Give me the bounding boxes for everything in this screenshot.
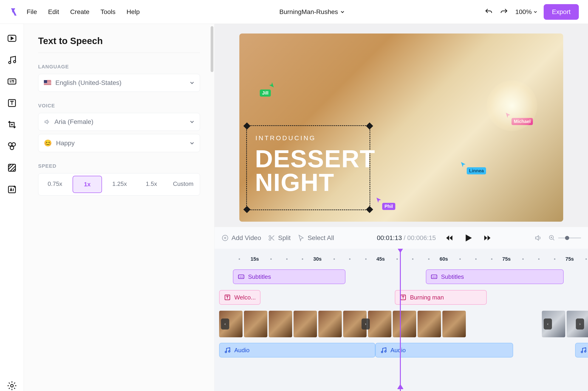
svg-rect-16 xyxy=(431,275,437,279)
svg-point-6 xyxy=(12,143,15,146)
timeline-zoom-slider[interactable] xyxy=(549,234,581,241)
resize-handle-tl[interactable] xyxy=(243,122,250,129)
audio-clip-3[interactable]: Audio xyxy=(575,343,588,358)
speed-custom[interactable]: Custom xyxy=(169,176,197,193)
add-video-button[interactable]: Add Video xyxy=(221,234,261,242)
playback-center: 00:01:13 / 00:006:15 xyxy=(341,233,527,243)
svg-rect-3 xyxy=(8,79,16,84)
text-clip-welcome[interactable]: Welco... xyxy=(219,290,261,305)
audio-clip-2[interactable]: Audio xyxy=(375,343,513,358)
ai-icon[interactable] xyxy=(7,184,17,195)
select-all-button[interactable]: Select All xyxy=(297,234,334,242)
main-menu: File Edit Create Tools Help xyxy=(27,8,140,16)
undo-button[interactable] xyxy=(484,7,493,16)
panel-title: Text to Speech xyxy=(38,36,200,53)
resize-handle-tr[interactable] xyxy=(366,122,373,129)
menu-file[interactable]: File xyxy=(27,8,37,16)
resize-handle-bl[interactable] xyxy=(243,206,250,213)
resize-handle-br[interactable] xyxy=(366,206,373,213)
transport-controls xyxy=(445,233,491,243)
us-flag-icon xyxy=(44,80,51,86)
svg-point-27 xyxy=(581,351,583,353)
svg-point-28 xyxy=(585,351,586,352)
music-icon[interactable] xyxy=(7,55,17,65)
video-clip-2[interactable]: ‹ › xyxy=(542,311,588,337)
slider-thumb[interactable] xyxy=(565,236,569,240)
chevron-down-icon xyxy=(190,119,194,124)
forward-button[interactable] xyxy=(483,234,491,242)
language-select[interactable]: English (United-States) xyxy=(38,74,200,92)
cursor-icon xyxy=(268,82,275,89)
redo-button[interactable] xyxy=(500,7,509,16)
music-icon xyxy=(224,346,231,354)
speed-1-25[interactable]: 1.25x xyxy=(105,176,134,193)
timeline[interactable]: 15s 30s 45s 60s 75s 75s xyxy=(215,249,588,391)
chevron-down-icon xyxy=(534,10,537,14)
track-text: Welco... Burning man Element xyxy=(221,290,581,306)
cursdisplay rotate: Jill xyxy=(268,82,275,97)
split-button[interactable]: Split xyxy=(268,234,291,242)
plus-circle-icon xyxy=(221,234,229,242)
clip-prev-button[interactable]: ‹ xyxy=(544,318,552,329)
voice-label: VOICE xyxy=(38,103,200,109)
volume-icon[interactable] xyxy=(534,234,542,242)
slider-track[interactable] xyxy=(558,237,581,238)
svg-point-12 xyxy=(269,235,271,237)
speaker-icon xyxy=(44,119,50,125)
text-icon[interactable] xyxy=(7,98,17,108)
speed-1x[interactable]: 1x xyxy=(73,176,102,193)
zoom-in-icon xyxy=(549,234,555,241)
clip-next-button[interactable]: › xyxy=(362,318,370,329)
cursor-michael: Michael xyxy=(505,111,533,125)
video-preview[interactable]: INTRODUCING DESSERTNIGHT Jill Michael Li… xyxy=(239,33,563,222)
subtitles-icon xyxy=(431,273,438,280)
timeline-right-controls xyxy=(534,234,581,242)
export-button[interactable]: Export xyxy=(544,4,579,20)
cursor-label-phil: Phil xyxy=(382,203,395,210)
texture-icon[interactable] xyxy=(7,162,17,173)
timeline-ruler[interactable]: 15s 30s 45s 60s 75s 75s xyxy=(221,253,581,265)
main-layout: Text to Speech LANGUAGE English (United-… xyxy=(0,24,588,391)
menu-edit[interactable]: Edit xyxy=(48,8,59,16)
topbar-right: 100% Export xyxy=(484,4,579,20)
project-title[interactable]: BurningMan-Rushes xyxy=(140,8,484,16)
video-clip-1[interactable]: ‹ › xyxy=(219,311,466,337)
menu-tools[interactable]: Tools xyxy=(100,8,115,16)
speed-1-5[interactable]: 1.5x xyxy=(137,176,166,193)
svg-rect-15 xyxy=(238,275,244,279)
zoom-dropdown[interactable]: 100% xyxy=(515,8,537,16)
subtitles-icon xyxy=(238,273,245,280)
crop-icon[interactable] xyxy=(7,119,17,130)
emotion-select[interactable]: 😊 Happy xyxy=(38,134,200,152)
menu-help[interactable]: Help xyxy=(127,8,140,16)
playhead[interactable] xyxy=(400,249,401,391)
voice-select[interactable]: Aria (Female) xyxy=(38,113,200,131)
audio-clip-1[interactable]: Audio xyxy=(219,343,375,358)
subtitles-icon[interactable] xyxy=(7,76,17,87)
project-name-label: BurningMan-Rushes xyxy=(279,8,338,16)
subtitle-clip-1[interactable]: Subtitles xyxy=(233,269,345,284)
speed-0-75[interactable]: 0.75x xyxy=(41,176,69,193)
cursor-icon xyxy=(505,111,512,118)
svg-point-2 xyxy=(13,61,16,63)
clip-next-button[interactable]: › xyxy=(576,318,584,329)
chevron-down-icon xyxy=(190,141,194,145)
clip-prev-button[interactable]: ‹ xyxy=(221,318,229,329)
settings-icon[interactable] xyxy=(7,381,17,391)
text-clip-burning[interactable]: Burning man xyxy=(395,290,487,305)
panel-scrollbar[interactable] xyxy=(211,26,213,72)
menu-create[interactable]: Create xyxy=(70,8,89,16)
cursor-linnea: Linnea xyxy=(460,161,486,174)
subtitle-clip-2[interactable]: Subtitles xyxy=(426,269,564,284)
intro-overlay-text: INTRODUCING xyxy=(255,134,316,142)
timecode: 00:01:13 / 00:006:15 xyxy=(377,234,436,242)
cursor-phil: Phil xyxy=(375,196,395,210)
shapes-icon[interactable] xyxy=(7,141,17,151)
play-button[interactable] xyxy=(463,233,474,243)
emotion-value: Happy xyxy=(56,139,75,147)
voice-value: Aria (Female) xyxy=(54,118,94,125)
svg-point-26 xyxy=(385,351,386,352)
video-library-icon[interactable] xyxy=(7,33,17,44)
chevron-down-icon xyxy=(190,81,194,85)
rewind-button[interactable] xyxy=(445,234,454,242)
